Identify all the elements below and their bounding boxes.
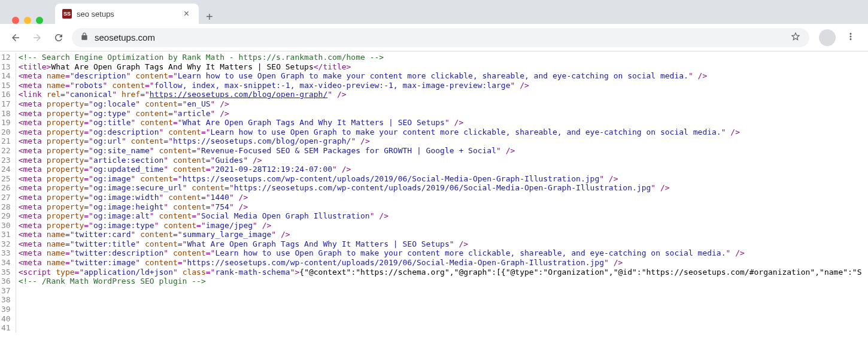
code-line: <meta property="og:image:type" content="… xyxy=(19,221,862,230)
back-button[interactable] xyxy=(7,29,24,46)
line-number: 17 xyxy=(0,99,12,109)
tab-strip: SS seo setups × + xyxy=(0,0,868,24)
arrow-left-icon xyxy=(10,32,21,43)
line-number: 24 xyxy=(0,165,12,174)
reload-button[interactable] xyxy=(50,29,67,46)
close-window-button[interactable] xyxy=(12,17,19,24)
line-number: 40 xyxy=(0,314,12,324)
window-controls xyxy=(7,8,50,24)
line-number: 29 xyxy=(0,211,12,221)
browser-chrome: SS seo setups × + seosetups.com xyxy=(0,0,868,51)
code-line: <script type="application/ld+json" class… xyxy=(19,268,862,277)
line-number: 16 xyxy=(0,90,12,99)
reload-icon xyxy=(53,32,64,43)
line-number: 23 xyxy=(0,156,12,165)
code-line: <link rel="canonical" href="https://seos… xyxy=(19,90,862,99)
code-line xyxy=(19,314,862,324)
code-line: <meta property="og:description" content=… xyxy=(19,127,862,137)
code-line xyxy=(19,305,862,314)
line-number: 18 xyxy=(0,109,12,119)
line-number: 15 xyxy=(0,81,12,90)
line-number: 19 xyxy=(0,118,12,127)
line-number: 22 xyxy=(0,146,12,156)
line-number: 35 xyxy=(0,268,12,277)
tab-title: seo setups xyxy=(77,10,177,19)
code-line xyxy=(19,323,862,333)
line-number: 33 xyxy=(0,248,12,258)
code-line: <meta property="og:url" content="https:/… xyxy=(19,136,862,146)
code-line: <meta property="og:image:secure_url" con… xyxy=(19,183,862,193)
code-line: <meta name="robots" content="follow, ind… xyxy=(19,81,862,90)
forward-button[interactable] xyxy=(29,29,45,46)
code-line: <!-- /Rank Math WordPress SEO plugin --> xyxy=(19,277,862,286)
bookmark-button[interactable] xyxy=(790,31,801,44)
browser-toolbar: seosetups.com xyxy=(0,24,868,51)
code-line: <meta name="description" content="Learn … xyxy=(19,71,862,81)
line-number: 14 xyxy=(0,71,12,81)
line-number: 36 xyxy=(0,277,12,286)
line-number: 13 xyxy=(0,62,12,72)
tab-favicon: SS xyxy=(62,9,72,19)
code-line: <meta property="og:image" content="https… xyxy=(19,174,862,184)
minimize-window-button[interactable] xyxy=(24,17,31,24)
code-line xyxy=(19,295,862,305)
code-line: <meta property="og:type" content="articl… xyxy=(19,109,862,119)
code-line: <meta property="og:title" content="What … xyxy=(19,118,862,127)
line-number: 25 xyxy=(0,174,12,184)
code-line: <meta property="article:section" content… xyxy=(19,156,862,165)
address-bar[interactable]: seosetups.com xyxy=(72,28,809,47)
line-number: 41 xyxy=(0,323,12,333)
line-number: 26 xyxy=(0,183,12,193)
line-number: 39 xyxy=(0,305,12,314)
code-line: <meta property="og:image:width" content=… xyxy=(19,193,862,202)
line-number: 32 xyxy=(0,239,12,249)
code-line: <meta name="twitter:image" content="http… xyxy=(19,258,862,268)
line-number: 20 xyxy=(0,127,12,137)
code-line: <meta property="og:site_name" content="R… xyxy=(19,146,862,156)
line-number: 38 xyxy=(0,295,12,305)
line-number: 37 xyxy=(0,286,12,296)
code-line: <meta property="og:updated_time" content… xyxy=(19,165,862,174)
lock-icon xyxy=(80,32,89,43)
code-line: <meta name="twitter:description" content… xyxy=(19,248,862,258)
code-line: <meta property="og:image:height" content… xyxy=(19,202,862,212)
line-number: 28 xyxy=(0,202,12,212)
url-text: seosetups.com xyxy=(95,32,784,42)
profile-avatar[interactable] xyxy=(819,29,836,46)
code-line: <!-- Search Engine Optimization by Rank … xyxy=(19,53,862,62)
code-line: <meta property="og:locale" content="en_U… xyxy=(19,99,862,109)
close-tab-button[interactable]: × xyxy=(181,8,192,19)
code-line: <meta name="twitter:title" content="What… xyxy=(19,239,862,249)
code-line: <meta property="og:image:alt" content="S… xyxy=(19,211,862,221)
source-code-content[interactable]: <!-- Search Engine Optimization by Rank … xyxy=(16,53,862,333)
arrow-right-icon xyxy=(32,32,43,43)
line-number: 31 xyxy=(0,230,12,239)
line-number: 12 xyxy=(0,53,12,62)
line-number: 21 xyxy=(0,136,12,146)
code-line: <meta name="twitter:card" content="summa… xyxy=(19,230,862,239)
code-line xyxy=(19,286,862,296)
line-number: 30 xyxy=(0,221,12,230)
line-number: 27 xyxy=(0,193,12,202)
browser-tab[interactable]: SS seo setups × xyxy=(55,4,199,24)
code-line: <title>What Are Open Graph Tags And Why … xyxy=(19,62,862,72)
new-tab-button[interactable]: + xyxy=(199,10,220,24)
source-code-viewer: 1213141516171819202122232425262728293031… xyxy=(0,51,868,333)
browser-menu-button[interactable] xyxy=(840,31,861,44)
maximize-window-button[interactable] xyxy=(36,17,43,24)
line-number: 34 xyxy=(0,258,12,268)
line-number-gutter: 1213141516171819202122232425262728293031… xyxy=(0,53,16,333)
